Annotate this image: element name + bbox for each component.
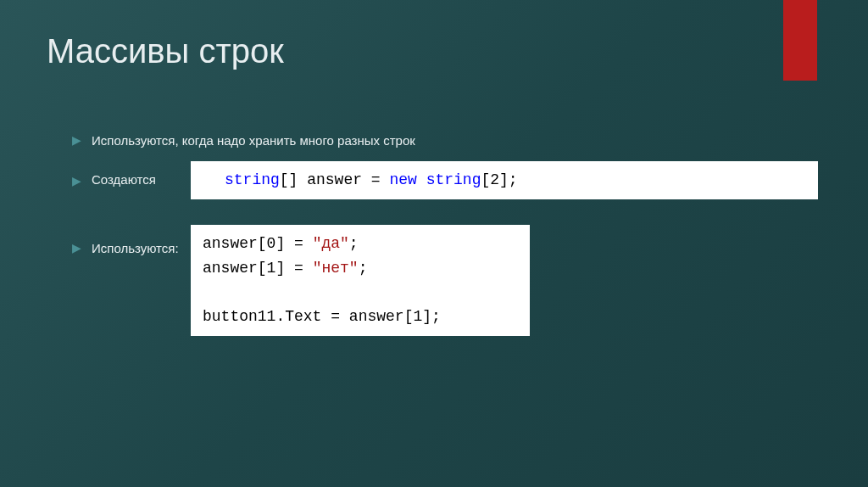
code-block-usage: answer[0] = "да"; answer[1] = "нет"; but…: [191, 225, 530, 336]
code-text: answer[1] =: [203, 260, 313, 277]
bullet-arrow-icon: ▶: [72, 174, 81, 188]
code-text: [] answer =: [280, 171, 390, 188]
slide-title: Массивы строк: [47, 32, 284, 70]
code-text: button11.Text = answer[1];: [203, 308, 441, 325]
code-text: [417, 171, 426, 188]
code-text: [2];: [481, 171, 517, 188]
bullet-text-1: Используются, когда надо хранить много р…: [92, 132, 415, 149]
code-text: answer[0] =: [203, 235, 313, 252]
code-keyword: new: [389, 171, 416, 188]
code-keyword: string: [426, 171, 481, 188]
code-string: "нет": [313, 260, 359, 277]
bullet-item-1: ▶ Используются, когда надо хранить много…: [72, 132, 821, 149]
bullet-text-3: Используются:: [92, 239, 179, 257]
bullet-arrow-icon: ▶: [72, 241, 81, 255]
accent-bar: [783, 0, 817, 81]
code-block-declaration: string[] answer = new string[2];: [191, 161, 818, 199]
code-keyword: string: [225, 171, 280, 188]
code-text: ;: [359, 260, 368, 277]
bullet-arrow-icon: ▶: [72, 133, 81, 147]
code-text: ;: [349, 235, 359, 252]
bullet-text-2: Создаются: [92, 171, 156, 188]
code-string: "да": [313, 235, 349, 252]
